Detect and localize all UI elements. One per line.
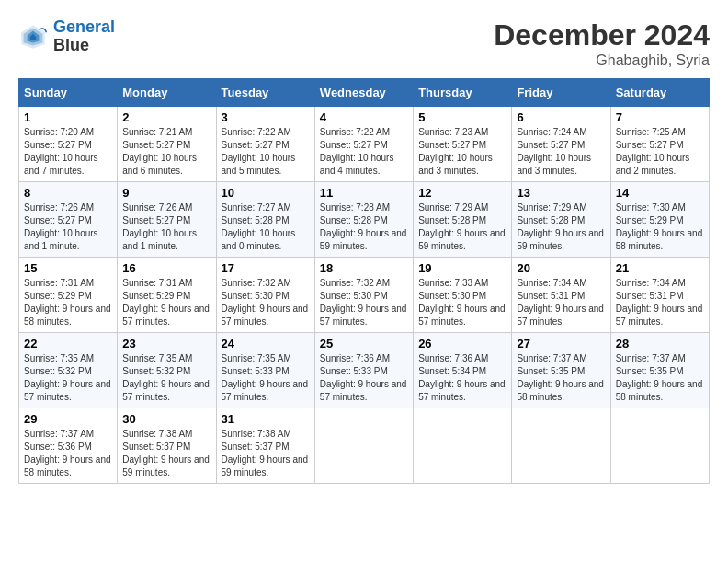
day-cell: 8Sunrise: 7:26 AMSunset: 5:27 PMDaylight… (19, 182, 118, 258)
day-cell: 11Sunrise: 7:28 AMSunset: 5:28 PMDayligh… (314, 182, 413, 258)
day-info: Sunrise: 7:37 AMSunset: 5:35 PMDaylight:… (517, 352, 605, 404)
week-row-1: 1Sunrise: 7:20 AMSunset: 5:27 PMDaylight… (19, 107, 710, 182)
day-number: 23 (122, 337, 210, 350)
day-info: Sunrise: 7:23 AMSunset: 5:27 PMDaylight:… (418, 126, 506, 178)
day-number: 12 (418, 186, 506, 200)
day-info: Sunrise: 7:30 AMSunset: 5:29 PMDaylight:… (616, 201, 704, 253)
day-number: 17 (222, 261, 310, 275)
day-number: 31 (222, 412, 310, 426)
day-number: 3 (222, 110, 310, 124)
day-number: 21 (616, 261, 704, 275)
day-cell (610, 408, 709, 484)
logo-line2: Blue (53, 37, 115, 55)
day-info: Sunrise: 7:29 AMSunset: 5:28 PMDaylight:… (418, 201, 506, 253)
day-cell (414, 408, 512, 484)
col-header-monday: Monday (118, 79, 216, 107)
calendar-table: SundayMondayTuesdayWednesdayThursdayFrid… (18, 78, 710, 484)
day-number: 18 (320, 261, 408, 275)
day-info: Sunrise: 7:20 AMSunset: 5:27 PMDaylight:… (24, 126, 112, 178)
day-cell: 25Sunrise: 7:36 AMSunset: 5:33 PMDayligh… (314, 333, 413, 408)
day-cell: 15Sunrise: 7:31 AMSunset: 5:29 PMDayligh… (19, 258, 118, 333)
month-title: December 2024 (494, 18, 710, 52)
day-cell: 21Sunrise: 7:34 AMSunset: 5:31 PMDayligh… (610, 258, 709, 333)
day-number: 15 (24, 261, 112, 275)
day-info: Sunrise: 7:38 AMSunset: 5:37 PMDaylight:… (222, 428, 310, 479)
day-number: 10 (222, 186, 310, 200)
day-info: Sunrise: 7:34 AMSunset: 5:31 PMDaylight:… (616, 277, 704, 328)
logo-line1: General (53, 17, 115, 36)
col-header-saturday: Saturday (610, 79, 709, 107)
logo: General Blue (18, 18, 115, 55)
day-info: Sunrise: 7:35 AMSunset: 5:32 PMDaylight:… (122, 352, 210, 404)
day-cell: 6Sunrise: 7:24 AMSunset: 5:27 PMDaylight… (512, 107, 610, 182)
day-cell: 20Sunrise: 7:34 AMSunset: 5:31 PMDayligh… (512, 258, 610, 333)
day-cell: 18Sunrise: 7:32 AMSunset: 5:30 PMDayligh… (314, 258, 413, 333)
day-cell (512, 408, 610, 484)
day-cell: 24Sunrise: 7:35 AMSunset: 5:33 PMDayligh… (216, 333, 314, 408)
day-number: 20 (517, 261, 605, 275)
day-cell: 16Sunrise: 7:31 AMSunset: 5:29 PMDayligh… (118, 258, 216, 333)
col-header-friday: Friday (512, 79, 610, 107)
week-row-4: 22Sunrise: 7:35 AMSunset: 5:32 PMDayligh… (19, 333, 710, 408)
day-info: Sunrise: 7:37 AMSunset: 5:36 PMDaylight:… (24, 428, 112, 479)
day-info: Sunrise: 7:36 AMSunset: 5:33 PMDaylight:… (320, 352, 408, 404)
day-number: 29 (24, 412, 112, 426)
day-info: Sunrise: 7:37 AMSunset: 5:35 PMDaylight:… (616, 352, 704, 404)
day-number: 14 (616, 186, 704, 200)
day-number: 7 (616, 110, 704, 124)
day-number: 30 (122, 412, 210, 426)
day-number: 11 (320, 186, 408, 200)
header-row: SundayMondayTuesdayWednesdayThursdayFrid… (19, 79, 710, 107)
day-cell: 26Sunrise: 7:36 AMSunset: 5:34 PMDayligh… (414, 333, 512, 408)
day-number: 28 (616, 337, 704, 350)
day-info: Sunrise: 7:31 AMSunset: 5:29 PMDaylight:… (122, 277, 210, 328)
day-cell: 31Sunrise: 7:38 AMSunset: 5:37 PMDayligh… (216, 408, 314, 484)
day-cell: 9Sunrise: 7:26 AMSunset: 5:27 PMDaylight… (118, 182, 216, 258)
day-cell: 27Sunrise: 7:37 AMSunset: 5:35 PMDayligh… (512, 333, 610, 408)
day-cell: 19Sunrise: 7:33 AMSunset: 5:30 PMDayligh… (414, 258, 512, 333)
col-header-thursday: Thursday (414, 79, 512, 107)
week-row-3: 15Sunrise: 7:31 AMSunset: 5:29 PMDayligh… (19, 258, 710, 333)
day-info: Sunrise: 7:24 AMSunset: 5:27 PMDaylight:… (517, 126, 605, 178)
day-number: 22 (24, 337, 112, 350)
day-info: Sunrise: 7:26 AMSunset: 5:27 PMDaylight:… (24, 201, 112, 253)
day-number: 27 (517, 337, 605, 350)
col-header-wednesday: Wednesday (314, 79, 413, 107)
day-info: Sunrise: 7:31 AMSunset: 5:29 PMDaylight:… (24, 277, 112, 328)
day-info: Sunrise: 7:38 AMSunset: 5:37 PMDaylight:… (122, 428, 210, 479)
day-cell: 23Sunrise: 7:35 AMSunset: 5:32 PMDayligh… (118, 333, 216, 408)
day-cell: 7Sunrise: 7:25 AMSunset: 5:27 PMDaylight… (610, 107, 709, 182)
day-info: Sunrise: 7:29 AMSunset: 5:28 PMDaylight:… (517, 201, 605, 253)
day-cell: 17Sunrise: 7:32 AMSunset: 5:30 PMDayligh… (216, 258, 314, 333)
day-cell (314, 408, 413, 484)
day-info: Sunrise: 7:22 AMSunset: 5:27 PMDaylight:… (320, 126, 408, 178)
col-header-sunday: Sunday (19, 79, 118, 107)
day-info: Sunrise: 7:36 AMSunset: 5:34 PMDaylight:… (418, 352, 506, 404)
day-cell: 13Sunrise: 7:29 AMSunset: 5:28 PMDayligh… (512, 182, 610, 258)
day-number: 19 (418, 261, 506, 275)
day-cell: 10Sunrise: 7:27 AMSunset: 5:28 PMDayligh… (216, 182, 314, 258)
day-number: 16 (122, 261, 210, 275)
day-number: 26 (418, 337, 506, 350)
day-number: 2 (122, 110, 210, 124)
day-info: Sunrise: 7:26 AMSunset: 5:27 PMDaylight:… (122, 201, 210, 253)
day-number: 5 (418, 110, 506, 124)
day-number: 25 (320, 337, 408, 350)
day-number: 24 (222, 337, 310, 350)
location-title: Ghabaghib, Syria (494, 52, 710, 69)
day-info: Sunrise: 7:25 AMSunset: 5:27 PMDaylight:… (616, 126, 704, 178)
title-block: December 2024 Ghabaghib, Syria (494, 18, 710, 69)
week-row-2: 8Sunrise: 7:26 AMSunset: 5:27 PMDaylight… (19, 182, 710, 258)
page-header: General Blue December 2024 Ghabaghib, Sy… (18, 18, 710, 69)
day-cell: 22Sunrise: 7:35 AMSunset: 5:32 PMDayligh… (19, 333, 118, 408)
day-info: Sunrise: 7:35 AMSunset: 5:33 PMDaylight:… (222, 352, 310, 404)
day-cell: 12Sunrise: 7:29 AMSunset: 5:28 PMDayligh… (414, 182, 512, 258)
day-cell: 1Sunrise: 7:20 AMSunset: 5:27 PMDaylight… (19, 107, 118, 182)
day-number: 4 (320, 110, 408, 124)
day-number: 1 (24, 110, 112, 124)
day-info: Sunrise: 7:32 AMSunset: 5:30 PMDaylight:… (222, 277, 310, 328)
day-info: Sunrise: 7:27 AMSunset: 5:28 PMDaylight:… (222, 201, 310, 253)
day-cell: 28Sunrise: 7:37 AMSunset: 5:35 PMDayligh… (610, 333, 709, 408)
logo-icon (18, 22, 48, 52)
day-cell: 3Sunrise: 7:22 AMSunset: 5:27 PMDaylight… (216, 107, 314, 182)
